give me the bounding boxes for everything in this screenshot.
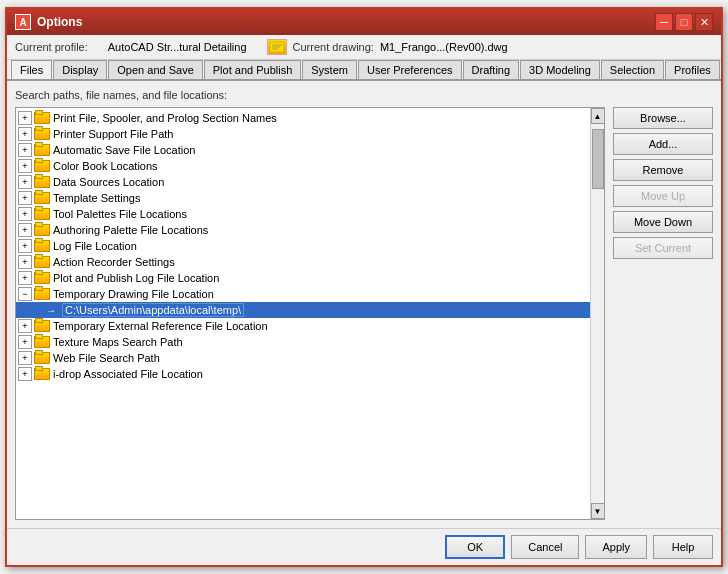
tab-files[interactable]: Files [11,60,52,81]
tree-item-print[interactable]: + Print File, Spooler, and Prolog Sectio… [16,110,590,126]
drawing-section: Current drawing: M1_Frango...(Rev00).dwg [267,39,508,55]
minimize-button[interactable]: ─ [655,13,673,31]
tree-scrollbar[interactable]: ▲ ▼ [590,108,604,519]
tree-label-log: Log File Location [53,240,137,252]
folder-icon-action [34,256,50,268]
tree-label-tool-palettes: Tool Palettes File Locations [53,208,187,220]
tab-drafting[interactable]: Drafting [463,60,520,79]
folder-icon-color [34,160,50,172]
tree-item-tool-palettes[interactable]: + Tool Palettes File Locations [16,206,590,222]
tree-item-web[interactable]: + Web File Search Path [16,350,590,366]
expand-template[interactable]: + [18,191,32,205]
set-current-button[interactable]: Set Current [613,237,713,259]
tree-item-authoring[interactable]: + Authoring Palette File Locations [16,222,590,238]
tab-plot-publish[interactable]: Plot and Publish [204,60,302,79]
drawing-icon [267,39,287,55]
expand-log[interactable]: + [18,239,32,253]
expand-printer[interactable]: + [18,127,32,141]
folder-icon-web [34,352,50,364]
app-icon: A [15,14,31,30]
close-button[interactable]: ✕ [695,13,713,31]
move-up-button[interactable]: Move Up [613,185,713,207]
tree-item-log[interactable]: + Log File Location [16,238,590,254]
maximize-button[interactable]: □ [675,13,693,31]
folder-icon-tool-palettes [34,208,50,220]
scrollbar-up-btn[interactable]: ▲ [591,108,605,124]
folder-icon-xref [34,320,50,332]
scrollbar-thumb[interactable] [592,129,604,189]
tree-item-data[interactable]: + Data Sources Location [16,174,590,190]
move-down-button[interactable]: Move Down [613,211,713,233]
tree-item-printer[interactable]: + Printer Support File Path [16,126,590,142]
drawing-value: M1_Frango...(Rev00).dwg [380,41,508,53]
expand-authoring[interactable]: + [18,223,32,237]
tab-display[interactable]: Display [53,60,107,79]
tree-item-template[interactable]: + Template Settings [16,190,590,206]
folder-icon-printer [34,128,50,140]
tree-item-tempfile[interactable]: − Temporary Drawing File Location [16,286,590,302]
tab-selection[interactable]: Selection [601,60,664,79]
tree-item-autosave[interactable]: + Automatic Save File Location [16,142,590,158]
expand-plotlog[interactable]: + [18,271,32,285]
expand-print[interactable]: + [18,111,32,125]
expand-data[interactable]: + [18,175,32,189]
folder-icon-texture [34,336,50,348]
folder-icon-idrop [34,368,50,380]
tree-item-texture[interactable]: + Texture Maps Search Path [16,334,590,350]
options-window: A Options ─ □ ✕ Current profile: AutoCAD… [5,7,723,567]
tab-user-preferences[interactable]: User Preferences [358,60,462,79]
remove-button[interactable]: Remove [613,159,713,181]
expand-action[interactable]: + [18,255,32,269]
expand-color[interactable]: + [18,159,32,173]
browse-button[interactable]: Browse... [613,107,713,129]
expand-tempfile[interactable]: − [18,287,32,301]
title-bar: A Options ─ □ ✕ [7,9,721,35]
folder-icon-authoring [34,224,50,236]
tree-item-action[interactable]: + Action Recorder Settings [16,254,590,270]
tree-label-idrop: i-drop Associated File Location [53,368,203,380]
drawing-label: Current drawing: [293,41,374,53]
tree-label-autosave: Automatic Save File Location [53,144,195,156]
help-button[interactable]: Help [653,535,713,559]
folder-icon-log [34,240,50,252]
folder-icon-autosave [34,144,50,156]
tree-item-plotlog[interactable]: + Plot and Publish Log File Location [16,270,590,286]
expand-autosave[interactable]: + [18,143,32,157]
tree-label-printer: Printer Support File Path [53,128,173,140]
tabs-bar: Files Display Open and Save Plot and Pub… [7,60,721,81]
expand-texture[interactable]: + [18,335,32,349]
folder-icon-plotlog [34,272,50,284]
tree-path-value: C:\Users\Admin\appdata\local\temp\ [62,303,244,317]
folder-icon-print [34,112,50,124]
title-controls: ─ □ ✕ [655,13,713,31]
tree-area: + Print File, Spooler, and Prolog Sectio… [15,107,605,520]
folder-icon-template [34,192,50,204]
ok-button[interactable]: OK [445,535,505,559]
tree-label-texture: Texture Maps Search Path [53,336,183,348]
window-title: Options [37,15,82,29]
add-button[interactable]: Add... [613,133,713,155]
expand-tool-palettes[interactable]: + [18,207,32,221]
profile-bar: Current profile: AutoCAD Str...tural Det… [7,35,721,60]
expand-xref[interactable]: + [18,319,32,333]
main-content: + Print File, Spooler, and Prolog Sectio… [15,107,713,520]
tree-label-plotlog: Plot and Publish Log File Location [53,272,219,284]
tree-item-color[interactable]: + Color Book Locations [16,158,590,174]
scrollbar-track[interactable] [591,124,604,503]
scrollbar-down-btn[interactable]: ▼ [591,503,605,519]
tab-profiles[interactable]: Profiles [665,60,720,79]
expand-idrop[interactable]: + [18,367,32,381]
tree-item-idrop[interactable]: + i-drop Associated File Location [16,366,590,382]
tab-system[interactable]: System [302,60,357,79]
tab-open-save[interactable]: Open and Save [108,60,202,79]
tree-label-tempfile: Temporary Drawing File Location [53,288,214,300]
bottom-bar: OK Cancel Apply Help [7,528,721,565]
tree-item-xref[interactable]: + Temporary External Reference File Loca… [16,318,590,334]
apply-button[interactable]: Apply [585,535,647,559]
expand-web[interactable]: + [18,351,32,365]
tree-list[interactable]: + Print File, Spooler, and Prolog Sectio… [16,108,590,519]
tab-3d-modeling[interactable]: 3D Modeling [520,60,600,79]
cancel-button[interactable]: Cancel [511,535,579,559]
tree-item-temppath[interactable]: → C:\Users\Admin\appdata\local\temp\ [16,302,590,318]
buttons-panel: Browse... Add... Remove Move Up Move Dow… [613,107,713,520]
